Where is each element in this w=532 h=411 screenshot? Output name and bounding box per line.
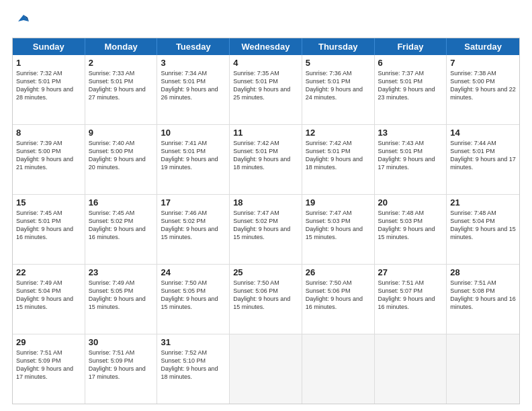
calendar-cell xyxy=(230,334,302,404)
day-number: 13 xyxy=(378,128,443,138)
cell-info: Sunrise: 7:46 AM Sunset: 5:02 PM Dayligh… xyxy=(161,209,226,242)
cell-info: Sunrise: 7:33 AM Sunset: 5:01 PM Dayligh… xyxy=(89,69,154,102)
day-number: 6 xyxy=(378,58,443,68)
cell-info: Sunrise: 7:50 AM Sunset: 5:06 PM Dayligh… xyxy=(233,279,298,312)
cell-info: Sunrise: 7:42 AM Sunset: 5:01 PM Dayligh… xyxy=(306,139,371,172)
day-number: 19 xyxy=(306,197,371,208)
cell-info: Sunrise: 7:32 AM Sunset: 5:01 PM Dayligh… xyxy=(16,69,81,102)
calendar-cell xyxy=(302,334,375,404)
calendar-cell: 8 Sunrise: 7:39 AM Sunset: 5:00 PM Dayli… xyxy=(13,125,85,194)
calendar-cell: 20 Sunrise: 7:48 AM Sunset: 5:03 PM Dayl… xyxy=(375,195,447,264)
logo xyxy=(12,12,33,31)
calendar: Sunday Monday Tuesday Wednesday Thursday… xyxy=(12,38,520,404)
cell-info: Sunrise: 7:48 AM Sunset: 5:04 PM Dayligh… xyxy=(450,209,516,242)
calendar-row-3: 15 Sunrise: 7:45 AM Sunset: 5:01 PM Dayl… xyxy=(13,195,519,265)
cell-info: Sunrise: 7:50 AM Sunset: 5:05 PM Dayligh… xyxy=(161,279,226,312)
cell-info: Sunrise: 7:41 AM Sunset: 5:01 PM Dayligh… xyxy=(161,139,226,172)
calendar-cell: 22 Sunrise: 7:49 AM Sunset: 5:04 PM Dayl… xyxy=(13,265,85,334)
header-monday: Monday xyxy=(85,38,158,55)
calendar-cell: 30 Sunrise: 7:51 AM Sunset: 5:09 PM Dayl… xyxy=(85,334,158,404)
cell-info: Sunrise: 7:34 AM Sunset: 5:01 PM Dayligh… xyxy=(161,69,226,102)
calendar-cell xyxy=(447,334,519,404)
calendar-row-4: 22 Sunrise: 7:49 AM Sunset: 5:04 PM Dayl… xyxy=(13,265,519,334)
calendar-cell: 11 Sunrise: 7:42 AM Sunset: 5:01 PM Dayl… xyxy=(230,125,302,194)
cell-info: Sunrise: 7:45 AM Sunset: 5:02 PM Dayligh… xyxy=(89,209,154,242)
calendar-cell: 1 Sunrise: 7:32 AM Sunset: 5:01 PM Dayli… xyxy=(13,55,85,124)
calendar-cell: 5 Sunrise: 7:36 AM Sunset: 5:01 PM Dayli… xyxy=(302,55,375,124)
day-number: 30 xyxy=(89,337,154,347)
header-saturday: Saturday xyxy=(447,38,519,55)
day-number: 5 xyxy=(306,58,371,68)
calendar-cell: 28 Sunrise: 7:51 AM Sunset: 5:08 PM Dayl… xyxy=(447,265,519,334)
calendar-cell xyxy=(375,334,447,404)
calendar-cell: 24 Sunrise: 7:50 AM Sunset: 5:05 PM Dayl… xyxy=(157,265,230,334)
calendar-row-5: 29 Sunrise: 7:51 AM Sunset: 5:09 PM Dayl… xyxy=(13,334,519,404)
cell-info: Sunrise: 7:51 AM Sunset: 5:09 PM Dayligh… xyxy=(16,349,81,381)
cell-info: Sunrise: 7:49 AM Sunset: 5:05 PM Dayligh… xyxy=(89,279,154,312)
day-number: 25 xyxy=(233,267,298,277)
header-tuesday: Tuesday xyxy=(157,38,230,55)
header xyxy=(12,12,520,31)
calendar-cell: 3 Sunrise: 7:34 AM Sunset: 5:01 PM Dayli… xyxy=(157,55,230,124)
cell-info: Sunrise: 7:47 AM Sunset: 5:02 PM Dayligh… xyxy=(233,209,298,242)
day-number: 9 xyxy=(89,128,154,138)
cell-info: Sunrise: 7:50 AM Sunset: 5:06 PM Dayligh… xyxy=(306,279,371,312)
calendar-cell: 13 Sunrise: 7:43 AM Sunset: 5:01 PM Dayl… xyxy=(375,125,447,194)
cell-info: Sunrise: 7:51 AM Sunset: 5:08 PM Dayligh… xyxy=(450,279,516,312)
calendar-row-2: 8 Sunrise: 7:39 AM Sunset: 5:00 PM Dayli… xyxy=(13,125,519,195)
cell-info: Sunrise: 7:47 AM Sunset: 5:03 PM Dayligh… xyxy=(306,209,371,242)
cell-info: Sunrise: 7:48 AM Sunset: 5:03 PM Dayligh… xyxy=(378,209,443,242)
day-number: 18 xyxy=(233,197,298,208)
day-number: 31 xyxy=(161,337,226,347)
calendar-cell: 7 Sunrise: 7:38 AM Sunset: 5:00 PM Dayli… xyxy=(447,55,519,124)
day-number: 17 xyxy=(161,197,226,208)
day-number: 2 xyxy=(89,58,154,68)
cell-info: Sunrise: 7:51 AM Sunset: 5:07 PM Dayligh… xyxy=(378,279,443,312)
day-number: 20 xyxy=(378,197,443,208)
cell-info: Sunrise: 7:36 AM Sunset: 5:01 PM Dayligh… xyxy=(306,69,371,102)
day-number: 27 xyxy=(378,267,443,277)
calendar-cell: 17 Sunrise: 7:46 AM Sunset: 5:02 PM Dayl… xyxy=(157,195,230,264)
calendar-row-1: 1 Sunrise: 7:32 AM Sunset: 5:01 PM Dayli… xyxy=(13,55,519,125)
day-number: 3 xyxy=(161,58,226,68)
calendar-cell: 31 Sunrise: 7:52 AM Sunset: 5:10 PM Dayl… xyxy=(157,334,230,404)
day-number: 1 xyxy=(16,58,81,68)
calendar-cell: 19 Sunrise: 7:47 AM Sunset: 5:03 PM Dayl… xyxy=(302,195,375,264)
calendar-cell: 4 Sunrise: 7:35 AM Sunset: 5:01 PM Dayli… xyxy=(230,55,302,124)
day-number: 11 xyxy=(233,128,298,138)
cell-info: Sunrise: 7:37 AM Sunset: 5:01 PM Dayligh… xyxy=(378,69,443,102)
calendar-cell: 23 Sunrise: 7:49 AM Sunset: 5:05 PM Dayl… xyxy=(85,265,158,334)
calendar-cell: 15 Sunrise: 7:45 AM Sunset: 5:01 PM Dayl… xyxy=(13,195,85,264)
cell-info: Sunrise: 7:44 AM Sunset: 5:01 PM Dayligh… xyxy=(450,139,516,172)
calendar-cell: 25 Sunrise: 7:50 AM Sunset: 5:06 PM Dayl… xyxy=(230,265,302,334)
calendar-cell: 16 Sunrise: 7:45 AM Sunset: 5:02 PM Dayl… xyxy=(85,195,158,264)
day-number: 29 xyxy=(16,337,81,347)
calendar-body: 1 Sunrise: 7:32 AM Sunset: 5:01 PM Dayli… xyxy=(13,55,519,404)
day-number: 12 xyxy=(306,128,371,138)
header-sunday: Sunday xyxy=(13,38,85,55)
header-friday: Friday xyxy=(375,38,447,55)
calendar-cell: 2 Sunrise: 7:33 AM Sunset: 5:01 PM Dayli… xyxy=(85,55,158,124)
day-number: 10 xyxy=(161,128,226,138)
day-number: 23 xyxy=(89,267,154,277)
cell-info: Sunrise: 7:42 AM Sunset: 5:01 PM Dayligh… xyxy=(233,139,298,172)
page: Sunday Monday Tuesday Wednesday Thursday… xyxy=(0,0,532,411)
calendar-cell: 10 Sunrise: 7:41 AM Sunset: 5:01 PM Dayl… xyxy=(157,125,230,194)
calendar-cell: 12 Sunrise: 7:42 AM Sunset: 5:01 PM Dayl… xyxy=(302,125,375,194)
day-number: 15 xyxy=(16,197,81,208)
cell-info: Sunrise: 7:52 AM Sunset: 5:10 PM Dayligh… xyxy=(161,349,226,381)
day-number: 26 xyxy=(306,267,371,277)
logo-bird-icon xyxy=(14,12,33,31)
day-number: 21 xyxy=(450,197,516,208)
header-thursday: Thursday xyxy=(302,38,375,55)
day-number: 7 xyxy=(450,58,516,68)
calendar-cell: 9 Sunrise: 7:40 AM Sunset: 5:00 PM Dayli… xyxy=(85,125,158,194)
calendar-cell: 29 Sunrise: 7:51 AM Sunset: 5:09 PM Dayl… xyxy=(13,334,85,404)
calendar-cell: 26 Sunrise: 7:50 AM Sunset: 5:06 PM Dayl… xyxy=(302,265,375,334)
day-number: 22 xyxy=(16,267,81,277)
cell-info: Sunrise: 7:45 AM Sunset: 5:01 PM Dayligh… xyxy=(16,209,81,242)
day-number: 28 xyxy=(450,267,516,277)
cell-info: Sunrise: 7:51 AM Sunset: 5:09 PM Dayligh… xyxy=(89,349,154,381)
cell-info: Sunrise: 7:35 AM Sunset: 5:01 PM Dayligh… xyxy=(233,69,298,102)
day-number: 4 xyxy=(233,58,298,68)
